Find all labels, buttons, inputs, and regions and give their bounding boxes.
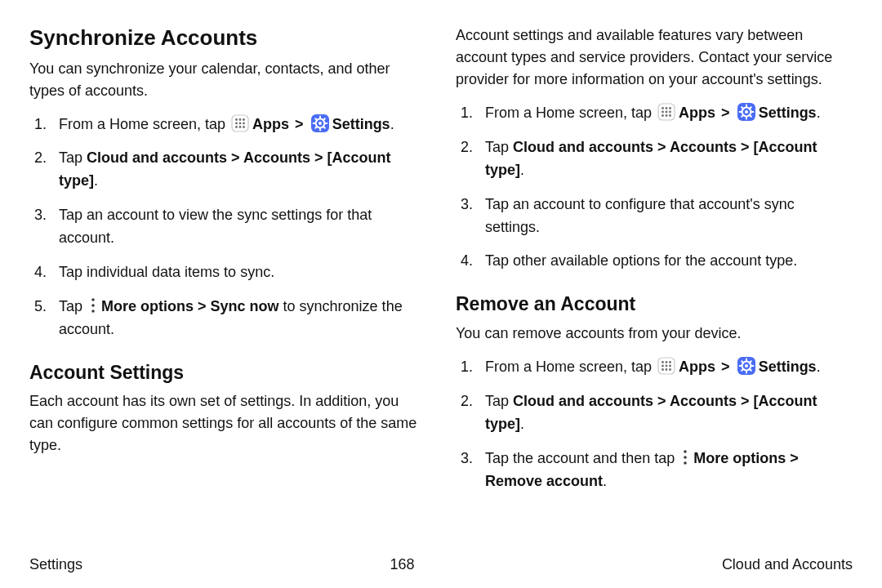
step-text: Tap	[59, 298, 87, 314]
footer-left: Settings	[29, 556, 82, 573]
heading-account-settings: Account Settings	[29, 361, 426, 385]
settings-icon	[736, 103, 759, 121]
two-column-layout: Synchronize Accounts You can synchronize…	[29, 24, 853, 551]
remove-step-1: From a Home screen, tap Apps > Settings.	[477, 356, 853, 379]
period: .	[817, 359, 821, 375]
footer-page-number: 168	[390, 556, 414, 573]
more-options-icon	[87, 296, 101, 314]
right-column: Account settings and available features …	[456, 24, 853, 551]
acctset-step-1: From a Home screen, tap Apps > Settings.	[477, 102, 853, 125]
apps-label: Apps	[252, 116, 289, 132]
sync-intro-text: You can synchronize your calendar, conta…	[29, 58, 426, 102]
acctset-step-3: Tap an account to configure that account…	[477, 194, 853, 239]
settings-label: Settings	[759, 359, 817, 375]
sync-step-3: Tap an account to view the sync settings…	[51, 204, 426, 250]
step-text: From a Home screen, tap	[485, 359, 656, 375]
apps-icon	[656, 103, 679, 121]
remove-intro-text: You can remove accounts from your device…	[456, 323, 853, 345]
chevron-icon: >	[295, 114, 304, 136]
settings-icon	[310, 114, 332, 132]
sync-step-2: Tap Cloud and accounts > Accounts > [Acc…	[51, 147, 426, 193]
page-footer: Settings 168 Cloud and Accounts	[29, 556, 853, 573]
settings-label: Settings	[332, 116, 390, 132]
period: .	[520, 162, 524, 178]
acctset-step-2: Tap Cloud and accounts > Accounts > [Acc…	[477, 136, 853, 182]
document-page: Synchronize Accounts You can synchronize…	[0, 0, 882, 588]
left-column: Synchronize Accounts You can synchronize…	[29, 24, 426, 551]
period: .	[94, 172, 98, 189]
step-text: From a Home screen, tap	[59, 116, 229, 132]
step-text: From a Home screen, tap	[485, 105, 656, 121]
more-sync-label: More options > Sync now	[101, 298, 279, 314]
apps-label: Apps	[679, 105, 715, 121]
sync-step-4: Tap individual data items to sync.	[51, 261, 426, 284]
remove-steps-list: From a Home screen, tap Apps > Settings.…	[456, 356, 853, 492]
period: .	[603, 473, 607, 489]
settings-icon	[736, 357, 759, 375]
sync-step-1: From a Home screen, tap Apps > Settings.	[51, 114, 426, 136]
settings-label: Settings	[759, 105, 817, 121]
nav-path: Cloud and accounts > Accounts > [Account…	[59, 149, 390, 189]
account-settings-intro: Each account has its own set of settings…	[29, 390, 426, 457]
sync-step-5: Tap More options > Sync now to synchroni…	[51, 296, 426, 341]
chevron-icon: >	[721, 356, 730, 379]
step-text: Tap	[485, 393, 513, 409]
step-text: Tap	[59, 149, 87, 166]
heading-remove-account: Remove an Account	[456, 292, 853, 316]
apps-icon	[656, 357, 679, 375]
account-settings-continuation: Account settings and available features …	[456, 24, 853, 91]
remove-step-2: Tap Cloud and accounts > Accounts > [Acc…	[477, 390, 853, 436]
step-text: Tap	[485, 139, 513, 155]
remove-step-3: Tap the account and then tap More option…	[477, 448, 853, 493]
period: .	[520, 416, 524, 432]
period: .	[817, 105, 821, 121]
apps-icon	[229, 114, 252, 132]
nav-path: Cloud and accounts > Accounts > [Account…	[485, 393, 817, 432]
acctset-step-4: Tap other available options for the acco…	[477, 250, 853, 273]
chevron-icon: >	[721, 102, 730, 125]
footer-right: Cloud and Accounts	[722, 556, 853, 573]
sync-steps-list: From a Home screen, tap Apps > Settings.…	[29, 114, 426, 341]
period: .	[390, 116, 394, 132]
nav-path: Cloud and accounts > Accounts > [Account…	[485, 139, 817, 178]
more-options-icon	[679, 448, 693, 466]
apps-label: Apps	[679, 359, 715, 375]
step-text: Tap the account and then tap	[485, 450, 679, 466]
account-settings-steps-list: From a Home screen, tap Apps > Settings.…	[456, 102, 853, 273]
heading-sync-accounts: Synchronize Accounts	[29, 24, 426, 51]
